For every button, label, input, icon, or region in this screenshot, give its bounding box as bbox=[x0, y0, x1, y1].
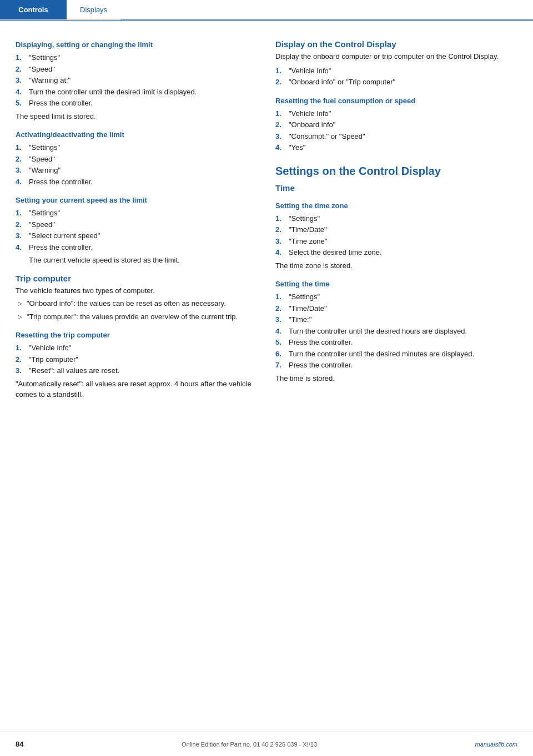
note-time-zone: The time zone is stored. bbox=[275, 260, 517, 271]
section-trip-computer: Trip computer The vehicle features two t… bbox=[16, 274, 258, 322]
heading-set-time: Setting the time bbox=[275, 280, 517, 288]
heading-displaying-limit: Displaying, setting or changing the limi… bbox=[16, 41, 258, 49]
step-item: Turn the controller until the desired ho… bbox=[275, 326, 517, 337]
trip-computer-bullets: "Onboard info": the values can be reset … bbox=[18, 298, 258, 322]
step-item: "Time:" bbox=[275, 314, 517, 325]
heading-activating-limit: Activating/deactivating the limit bbox=[16, 130, 258, 139]
section-display-control: Display on the Control Display Display t… bbox=[275, 39, 517, 88]
steps-display-control: "Vehicle Info" "Onboard info" or "Trip c… bbox=[275, 65, 517, 88]
note-resetting-trip: "Automatically reset": all values are re… bbox=[16, 379, 258, 400]
note-set-time: The time is stored. bbox=[275, 373, 517, 384]
step-item: "Settings" bbox=[16, 52, 258, 63]
step-item: "Yes" bbox=[275, 142, 517, 153]
step-item: Select the desired time zone. bbox=[275, 247, 517, 258]
step-item: "Vehicle Info" bbox=[275, 65, 517, 77]
step-item: Turn the controller until the desired mi… bbox=[275, 349, 517, 360]
left-column: Displaying, setting or changing the limi… bbox=[16, 32, 258, 402]
section-displaying-limit: Displaying, setting or changing the limi… bbox=[16, 41, 258, 122]
step-item: "Settings" bbox=[16, 208, 258, 219]
step-item: "Time/Date" bbox=[275, 224, 517, 235]
step-item: Press the controller. bbox=[16, 98, 258, 109]
step-item: Press the controller. bbox=[16, 242, 258, 253]
step-item: "Settings" bbox=[275, 291, 517, 303]
step-item: Press the controller. bbox=[16, 177, 258, 188]
tab-controls[interactable]: Controls bbox=[0, 0, 67, 19]
heading-resetting-fuel: Resetting the fuel consumption or speed bbox=[275, 97, 517, 105]
section-setting-speed-limit: Setting your current speed as the limit … bbox=[16, 196, 258, 266]
steps-resetting-trip: "Vehicle Info" "Trip computer" "Reset": … bbox=[16, 342, 258, 376]
subsection-set-time: Setting the time "Settings" "Time/Date" … bbox=[275, 280, 517, 384]
tab-displays[interactable]: Displays bbox=[67, 0, 120, 19]
steps-set-time: "Settings" "Time/Date" "Time:" Turn the … bbox=[275, 291, 517, 371]
main-content: Displaying, setting or changing the limi… bbox=[0, 21, 533, 436]
step-item: Press the controller. bbox=[275, 360, 517, 371]
trip-computer-intro: The vehicle features two types of comput… bbox=[16, 285, 258, 296]
step-item: "Warning at:" bbox=[16, 75, 258, 86]
step-item: "Speed" bbox=[16, 64, 258, 75]
section-resetting-trip: Resetting the trip computer "Vehicle Inf… bbox=[16, 331, 258, 400]
heading-setting-speed-limit: Setting your current speed as the limit bbox=[16, 196, 258, 204]
steps-resetting-fuel: "Vehicle Info" "Onboard info" "Consumpt.… bbox=[275, 108, 517, 153]
footer-logo: manualslib.com bbox=[475, 741, 517, 748]
display-control-intro: Display the onboard computer or trip com… bbox=[275, 51, 517, 62]
bullet-item: "Onboard info": the values can be reset … bbox=[18, 298, 258, 309]
heading-display-control: Display on the Control Display bbox=[275, 39, 517, 49]
step-item: "Vehicle Info" bbox=[16, 342, 258, 354]
step-item: "Time zone" bbox=[275, 236, 517, 247]
note-setting-speed: The current vehicle speed is stored as t… bbox=[16, 255, 258, 266]
step-item: "Trip computer" bbox=[16, 354, 258, 365]
step-item: "Speed" bbox=[16, 219, 258, 230]
heading-time: Time bbox=[275, 183, 517, 193]
page-footer: 84 Online Edition for Part no. 01 40 2 9… bbox=[0, 732, 533, 756]
step-item: "Vehicle Info" bbox=[275, 108, 517, 119]
step-item: "Speed" bbox=[16, 154, 258, 165]
step-item: Turn the controller until the desired li… bbox=[16, 87, 258, 98]
heading-resetting-trip: Resetting the trip computer bbox=[16, 331, 258, 339]
top-navigation: Controls Displays bbox=[0, 0, 533, 20]
step-item: "Consumpt." or "Speed" bbox=[275, 131, 517, 142]
section-activating-limit: Activating/deactivating the limit "Setti… bbox=[16, 130, 258, 187]
heading-trip-computer: Trip computer bbox=[16, 274, 258, 283]
heading-settings-control-display: Settings on the Control Display bbox=[275, 164, 517, 178]
right-column: Display on the Control Display Display t… bbox=[271, 32, 517, 402]
step-item: Press the controller. bbox=[275, 337, 517, 348]
step-item: "Onboard info" bbox=[275, 119, 517, 130]
step-item: "Warning" bbox=[16, 165, 258, 176]
steps-setting-speed-limit: "Settings" "Speed" "Select current speed… bbox=[16, 208, 258, 253]
note-displaying-limit: The speed limit is stored. bbox=[16, 111, 258, 122]
step-item: "Settings" bbox=[16, 142, 258, 153]
bullet-item: "Trip computer": the values provide an o… bbox=[18, 311, 258, 322]
section-resetting-fuel: Resetting the fuel consumption or speed … bbox=[275, 97, 517, 153]
step-item: "Settings" bbox=[275, 213, 517, 224]
subsection-time-zone: Setting the time zone "Settings" "Time/D… bbox=[275, 201, 517, 271]
step-item: "Reset": all values are reset. bbox=[16, 365, 258, 376]
footer-edition: Online Edition for Part no. 01 40 2 926 … bbox=[182, 741, 317, 748]
page-number: 84 bbox=[16, 740, 23, 748]
step-item: "Onboard info" or "Trip computer" bbox=[275, 77, 517, 88]
steps-time-zone: "Settings" "Time/Date" "Time zone" Selec… bbox=[275, 213, 517, 258]
heading-time-zone: Setting the time zone bbox=[275, 201, 517, 210]
section-settings-control-display: Settings on the Control Display Time Set… bbox=[275, 164, 517, 384]
steps-activating-limit: "Settings" "Speed" "Warning" Press the c… bbox=[16, 142, 258, 187]
steps-displaying-limit: "Settings" "Speed" "Warning at:" Turn th… bbox=[16, 52, 258, 109]
step-item: "Select current speed" bbox=[16, 230, 258, 241]
step-item: "Time/Date" bbox=[275, 303, 517, 314]
